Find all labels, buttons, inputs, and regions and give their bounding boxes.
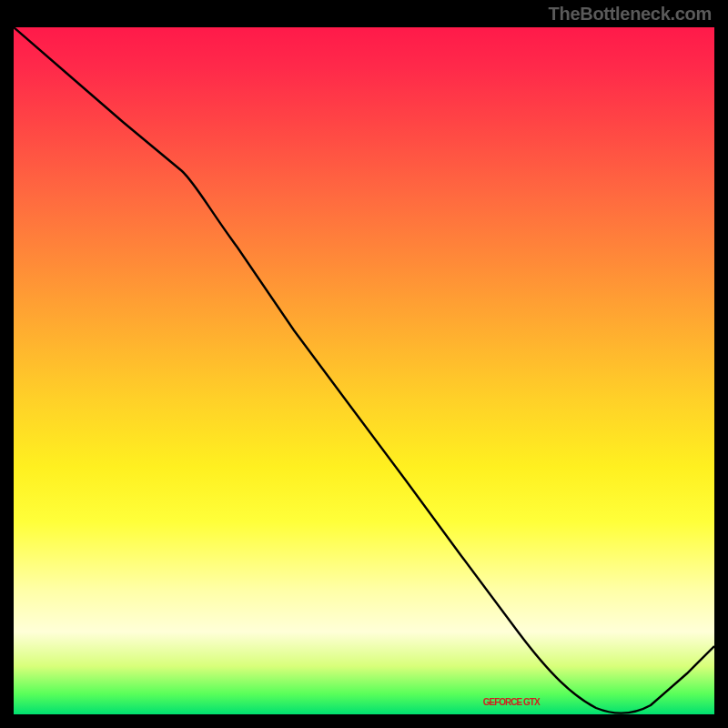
attribution-text: TheBottleneck.com (549, 4, 712, 25)
series-label: GEFORCE GTX (483, 697, 540, 707)
chart-curve (14, 27, 714, 713)
line-chart-svg (14, 27, 714, 714)
chart-frame: GEFORCE GTX (14, 27, 714, 714)
